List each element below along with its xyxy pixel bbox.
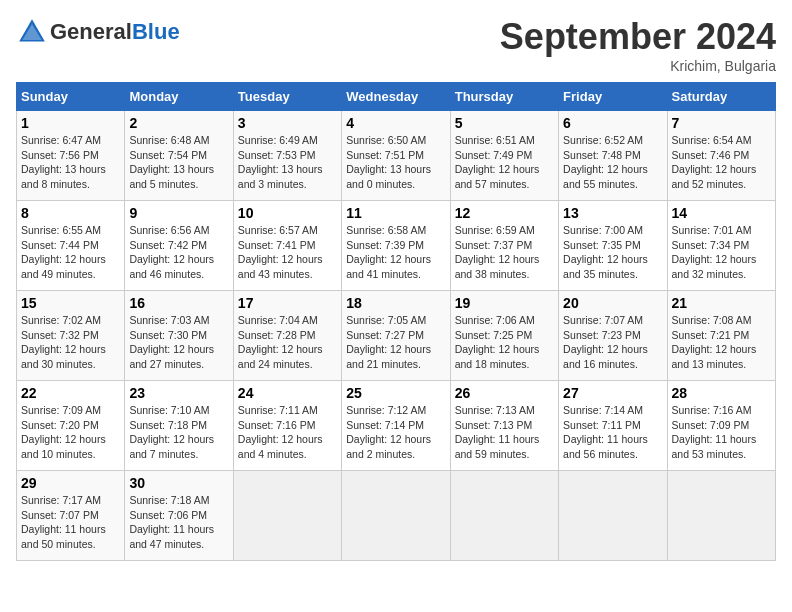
day-number: 22	[21, 385, 120, 401]
day-info: Sunrise: 7:10 AMSunset: 7:18 PMDaylight:…	[129, 403, 228, 462]
day-info: Sunrise: 7:17 AMSunset: 7:07 PMDaylight:…	[21, 493, 120, 552]
calendar-day-cell: 11Sunrise: 6:58 AMSunset: 7:39 PMDayligh…	[342, 201, 450, 291]
day-info: Sunrise: 7:06 AMSunset: 7:25 PMDaylight:…	[455, 313, 554, 372]
calendar-week-row: 1Sunrise: 6:47 AMSunset: 7:56 PMDaylight…	[17, 111, 776, 201]
day-number: 10	[238, 205, 337, 221]
day-number: 16	[129, 295, 228, 311]
day-number: 2	[129, 115, 228, 131]
day-number: 12	[455, 205, 554, 221]
day-info: Sunrise: 7:08 AMSunset: 7:21 PMDaylight:…	[672, 313, 771, 372]
calendar-day-cell: 20Sunrise: 7:07 AMSunset: 7:23 PMDayligh…	[559, 291, 667, 381]
calendar-day-cell	[233, 471, 341, 561]
calendar-day-cell: 10Sunrise: 6:57 AMSunset: 7:41 PMDayligh…	[233, 201, 341, 291]
calendar-day-cell: 26Sunrise: 7:13 AMSunset: 7:13 PMDayligh…	[450, 381, 558, 471]
day-info: Sunrise: 6:57 AMSunset: 7:41 PMDaylight:…	[238, 223, 337, 282]
day-number: 11	[346, 205, 445, 221]
day-number: 6	[563, 115, 662, 131]
calendar-day-cell: 14Sunrise: 7:01 AMSunset: 7:34 PMDayligh…	[667, 201, 775, 291]
day-of-week-header: Monday	[125, 83, 233, 111]
day-of-week-header: Tuesday	[233, 83, 341, 111]
day-number: 1	[21, 115, 120, 131]
day-info: Sunrise: 6:49 AMSunset: 7:53 PMDaylight:…	[238, 133, 337, 192]
calendar-day-cell: 4Sunrise: 6:50 AMSunset: 7:51 PMDaylight…	[342, 111, 450, 201]
calendar-day-cell: 2Sunrise: 6:48 AMSunset: 7:54 PMDaylight…	[125, 111, 233, 201]
day-info: Sunrise: 6:50 AMSunset: 7:51 PMDaylight:…	[346, 133, 445, 192]
calendar-day-cell	[342, 471, 450, 561]
day-info: Sunrise: 6:56 AMSunset: 7:42 PMDaylight:…	[129, 223, 228, 282]
day-number: 28	[672, 385, 771, 401]
calendar-week-row: 22Sunrise: 7:09 AMSunset: 7:20 PMDayligh…	[17, 381, 776, 471]
day-info: Sunrise: 7:12 AMSunset: 7:14 PMDaylight:…	[346, 403, 445, 462]
day-info: Sunrise: 6:52 AMSunset: 7:48 PMDaylight:…	[563, 133, 662, 192]
day-number: 7	[672, 115, 771, 131]
calendar-day-cell: 25Sunrise: 7:12 AMSunset: 7:14 PMDayligh…	[342, 381, 450, 471]
day-info: Sunrise: 7:11 AMSunset: 7:16 PMDaylight:…	[238, 403, 337, 462]
calendar-day-cell	[559, 471, 667, 561]
calendar-day-cell: 22Sunrise: 7:09 AMSunset: 7:20 PMDayligh…	[17, 381, 125, 471]
calendar-day-cell: 29Sunrise: 7:17 AMSunset: 7:07 PMDayligh…	[17, 471, 125, 561]
day-of-week-header: Saturday	[667, 83, 775, 111]
day-info: Sunrise: 7:13 AMSunset: 7:13 PMDaylight:…	[455, 403, 554, 462]
calendar-day-cell: 27Sunrise: 7:14 AMSunset: 7:11 PMDayligh…	[559, 381, 667, 471]
day-number: 13	[563, 205, 662, 221]
day-of-week-header: Friday	[559, 83, 667, 111]
day-number: 5	[455, 115, 554, 131]
day-info: Sunrise: 7:00 AMSunset: 7:35 PMDaylight:…	[563, 223, 662, 282]
day-info: Sunrise: 7:16 AMSunset: 7:09 PMDaylight:…	[672, 403, 771, 462]
calendar-day-cell: 24Sunrise: 7:11 AMSunset: 7:16 PMDayligh…	[233, 381, 341, 471]
day-info: Sunrise: 6:55 AMSunset: 7:44 PMDaylight:…	[21, 223, 120, 282]
month-title: September 2024	[500, 16, 776, 58]
day-info: Sunrise: 7:02 AMSunset: 7:32 PMDaylight:…	[21, 313, 120, 372]
day-number: 29	[21, 475, 120, 491]
calendar-day-cell: 15Sunrise: 7:02 AMSunset: 7:32 PMDayligh…	[17, 291, 125, 381]
day-number: 27	[563, 385, 662, 401]
calendar-week-row: 8Sunrise: 6:55 AMSunset: 7:44 PMDaylight…	[17, 201, 776, 291]
calendar-day-cell: 21Sunrise: 7:08 AMSunset: 7:21 PMDayligh…	[667, 291, 775, 381]
day-number: 20	[563, 295, 662, 311]
header-row: SundayMondayTuesdayWednesdayThursdayFrid…	[17, 83, 776, 111]
day-of-week-header: Wednesday	[342, 83, 450, 111]
calendar-day-cell	[667, 471, 775, 561]
day-number: 24	[238, 385, 337, 401]
day-of-week-header: Sunday	[17, 83, 125, 111]
day-info: Sunrise: 7:03 AMSunset: 7:30 PMDaylight:…	[129, 313, 228, 372]
logo-icon	[16, 16, 48, 48]
calendar-day-cell: 18Sunrise: 7:05 AMSunset: 7:27 PMDayligh…	[342, 291, 450, 381]
day-number: 3	[238, 115, 337, 131]
day-info: Sunrise: 6:51 AMSunset: 7:49 PMDaylight:…	[455, 133, 554, 192]
day-info: Sunrise: 7:01 AMSunset: 7:34 PMDaylight:…	[672, 223, 771, 282]
calendar-day-cell: 28Sunrise: 7:16 AMSunset: 7:09 PMDayligh…	[667, 381, 775, 471]
calendar-day-cell: 5Sunrise: 6:51 AMSunset: 7:49 PMDaylight…	[450, 111, 558, 201]
calendar-day-cell: 7Sunrise: 6:54 AMSunset: 7:46 PMDaylight…	[667, 111, 775, 201]
calendar-day-cell: 30Sunrise: 7:18 AMSunset: 7:06 PMDayligh…	[125, 471, 233, 561]
day-number: 17	[238, 295, 337, 311]
day-info: Sunrise: 7:09 AMSunset: 7:20 PMDaylight:…	[21, 403, 120, 462]
day-info: Sunrise: 7:14 AMSunset: 7:11 PMDaylight:…	[563, 403, 662, 462]
location: Krichim, Bulgaria	[500, 58, 776, 74]
day-info: Sunrise: 6:54 AMSunset: 7:46 PMDaylight:…	[672, 133, 771, 192]
calendar-day-cell: 12Sunrise: 6:59 AMSunset: 7:37 PMDayligh…	[450, 201, 558, 291]
calendar-day-cell: 1Sunrise: 6:47 AMSunset: 7:56 PMDaylight…	[17, 111, 125, 201]
day-number: 18	[346, 295, 445, 311]
day-info: Sunrise: 7:04 AMSunset: 7:28 PMDaylight:…	[238, 313, 337, 372]
calendar-day-cell: 3Sunrise: 6:49 AMSunset: 7:53 PMDaylight…	[233, 111, 341, 201]
day-number: 8	[21, 205, 120, 221]
calendar-day-cell: 8Sunrise: 6:55 AMSunset: 7:44 PMDaylight…	[17, 201, 125, 291]
calendar-week-row: 29Sunrise: 7:17 AMSunset: 7:07 PMDayligh…	[17, 471, 776, 561]
day-info: Sunrise: 6:59 AMSunset: 7:37 PMDaylight:…	[455, 223, 554, 282]
calendar-table: SundayMondayTuesdayWednesdayThursdayFrid…	[16, 82, 776, 561]
day-number: 15	[21, 295, 120, 311]
logo: GeneralBlue	[16, 16, 180, 48]
day-number: 9	[129, 205, 228, 221]
calendar-day-cell: 13Sunrise: 7:00 AMSunset: 7:35 PMDayligh…	[559, 201, 667, 291]
day-info: Sunrise: 7:07 AMSunset: 7:23 PMDaylight:…	[563, 313, 662, 372]
day-info: Sunrise: 7:05 AMSunset: 7:27 PMDaylight:…	[346, 313, 445, 372]
calendar-day-cell: 19Sunrise: 7:06 AMSunset: 7:25 PMDayligh…	[450, 291, 558, 381]
logo-blue-text: Blue	[132, 19, 180, 44]
calendar-week-row: 15Sunrise: 7:02 AMSunset: 7:32 PMDayligh…	[17, 291, 776, 381]
day-number: 21	[672, 295, 771, 311]
calendar-day-cell: 17Sunrise: 7:04 AMSunset: 7:28 PMDayligh…	[233, 291, 341, 381]
title-block: September 2024 Krichim, Bulgaria	[500, 16, 776, 74]
day-info: Sunrise: 6:58 AMSunset: 7:39 PMDaylight:…	[346, 223, 445, 282]
day-info: Sunrise: 6:47 AMSunset: 7:56 PMDaylight:…	[21, 133, 120, 192]
